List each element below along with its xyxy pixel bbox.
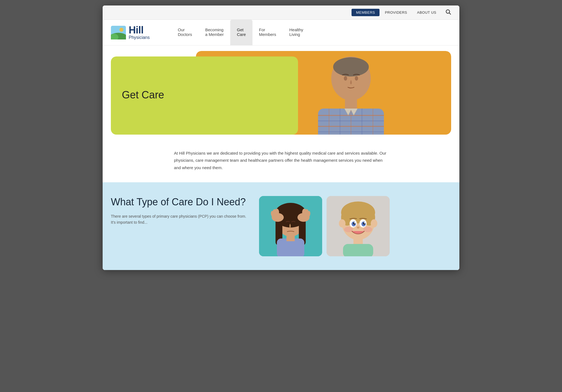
svg-point-53 xyxy=(344,227,353,232)
top-nav: MEMBERS PROVIDERS ABOUT US xyxy=(103,5,459,20)
svg-point-43 xyxy=(371,219,377,228)
svg-rect-10 xyxy=(345,98,357,110)
child-svg xyxy=(327,196,390,256)
browser-window: MEMBERS PROVIDERS ABOUT US xyxy=(103,5,459,270)
logo-icon xyxy=(111,26,126,39)
care-section: What Type of Care Do I Need? There are s… xyxy=(103,182,459,270)
top-nav-about[interactable]: ABOUT US xyxy=(413,9,441,16)
svg-rect-36 xyxy=(286,234,295,241)
nav-our-doctors[interactable]: OurDoctors xyxy=(171,20,199,45)
svg-rect-56 xyxy=(343,244,373,256)
logo-physicians: Physicians xyxy=(129,35,150,40)
svg-point-9 xyxy=(355,76,358,81)
care-image-child xyxy=(327,196,390,256)
hero-title: Get Care xyxy=(122,89,164,101)
care-section-body: There are several types of primary care … xyxy=(111,213,248,226)
svg-point-31 xyxy=(275,209,279,216)
search-icon[interactable] xyxy=(445,9,451,16)
main-nav-items: OurDoctors Becominga Member GetCare ForM… xyxy=(171,20,451,45)
care-section-title: What Type of Care Do I Need? xyxy=(111,196,248,208)
nav-becoming-member[interactable]: Becominga Member xyxy=(199,20,231,45)
svg-point-8 xyxy=(344,76,347,81)
description-section: At Hill Physicians we are dedicated to p… xyxy=(103,139,459,182)
top-nav-providers[interactable]: PROVIDERS xyxy=(381,9,412,16)
svg-point-51 xyxy=(364,222,366,223)
logo-hill: Hill xyxy=(129,25,150,35)
svg-line-1 xyxy=(449,13,451,14)
svg-point-54 xyxy=(363,227,372,232)
svg-point-42 xyxy=(339,219,345,228)
svg-point-50 xyxy=(354,222,356,223)
woman-svg xyxy=(259,196,322,256)
nav-get-care[interactable]: GetCare xyxy=(230,20,252,45)
svg-point-52 xyxy=(357,226,359,229)
nav-for-members[interactable]: ForMembers xyxy=(252,20,283,45)
top-nav-items: MEMBERS PROVIDERS ABOUT US xyxy=(352,9,451,16)
top-nav-members[interactable]: MEMBERS xyxy=(352,9,379,16)
nav-healthy-living[interactable]: HealthyLiving xyxy=(283,20,310,45)
care-section-text: What Type of Care Do I Need? There are s… xyxy=(111,196,248,226)
care-image-woman xyxy=(259,196,322,256)
hero-banner: Get Care xyxy=(111,51,451,139)
description-text: At Hill Physicians we are dedicated to p… xyxy=(174,150,388,171)
svg-point-5 xyxy=(119,28,123,32)
logo-text: Hill Physicians xyxy=(129,25,150,40)
care-section-images xyxy=(259,196,390,256)
logo[interactable]: Hill Physicians xyxy=(111,22,160,43)
main-nav: Hill Physicians OurDoctors Becominga Mem… xyxy=(103,20,459,46)
svg-point-34 xyxy=(302,209,307,216)
svg-point-7 xyxy=(333,57,369,76)
